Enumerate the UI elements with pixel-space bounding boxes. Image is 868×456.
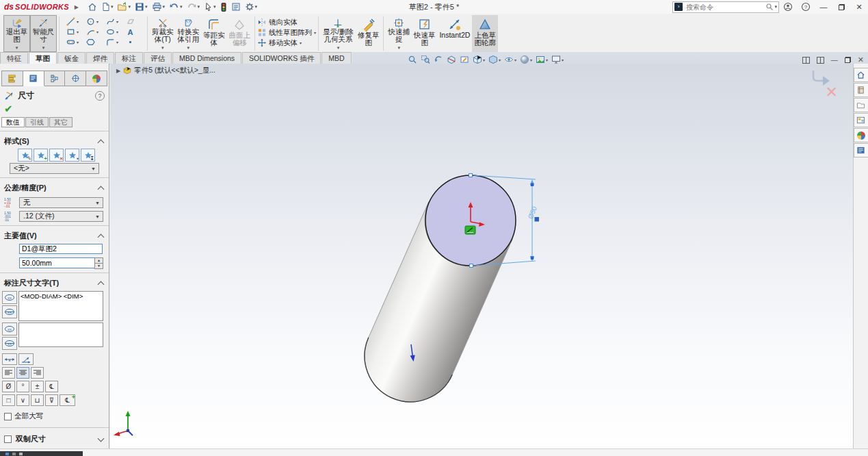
redo-button[interactable]: ▾	[185, 1, 202, 13]
circle-tool-button[interactable]: ▾	[84, 17, 104, 27]
ellipse-caret[interactable]: ▾	[116, 29, 118, 34]
tolerance-type-dropdown[interactable]: 无▼	[19, 197, 103, 208]
apply-scene-caret[interactable]: ▾	[546, 58, 548, 62]
open-caret[interactable]: ▾	[128, 4, 131, 10]
dynamic-annotation-view-button[interactable]	[459, 54, 470, 65]
text-above-line-button[interactable]: xx	[2, 291, 17, 304]
move-entities-caret[interactable]: ▾	[300, 40, 302, 45]
display-manager-tab[interactable]	[86, 71, 107, 86]
ok-checkmark[interactable]: ✔	[4, 103, 109, 115]
second-text-above-button[interactable]: xx	[2, 322, 17, 335]
text-inline-button[interactable]: xx	[2, 305, 17, 318]
add-style-button[interactable]: +	[34, 149, 48, 162]
line-caret[interactable]: ▾	[77, 19, 79, 24]
point-tool-button[interactable]	[124, 38, 144, 47]
move-entities-button[interactable]: 移动实体▾	[257, 38, 316, 48]
repair-sketch-button[interactable]: 修复草图	[356, 15, 382, 52]
tab-mbd-dimensions[interactable]: MBD Dimensions	[172, 52, 241, 64]
taskpane-home-button[interactable]	[854, 68, 868, 82]
arc-caret[interactable]: ▾	[96, 29, 98, 34]
menu-expand-arrow[interactable]: ▶	[75, 4, 79, 10]
centerline-symbol-button[interactable]: ℄	[45, 381, 58, 392]
offset-text-button[interactable]	[18, 353, 34, 365]
tab-sketch[interactable]: 草图	[29, 52, 57, 64]
primary-value-section-header[interactable]: 主要值(V)	[0, 229, 109, 242]
print-button[interactable]: ▾	[150, 1, 167, 13]
rebuild-button[interactable]	[219, 1, 228, 13]
square-symbol-button[interactable]: □	[2, 394, 15, 406]
minimize-button[interactable]: —	[815, 1, 832, 13]
feature-manager-tab[interactable]	[1, 71, 23, 86]
second-text-inline-button[interactable]: xx	[2, 337, 17, 350]
tab-annotations[interactable]: 标注	[115, 52, 143, 64]
account-button[interactable]	[779, 1, 797, 13]
convert-caret[interactable]: ▾	[187, 44, 189, 51]
search-caret[interactable]: ▾	[774, 4, 777, 10]
smart-dimension-caret[interactable]: ▾	[42, 44, 45, 51]
dimension-text-section-header[interactable]: 标注尺寸文字(T)	[0, 277, 109, 290]
fillet-tool-button[interactable]: ▾	[104, 38, 124, 47]
surface-offset-button[interactable]: 曲面上偏移	[227, 15, 253, 52]
arc-tool-button[interactable]: ▾	[84, 27, 104, 37]
view-settings-button[interactable]: ▾	[551, 54, 564, 65]
exit-sketch-button[interactable]: 退出草 图 ▾	[3, 15, 30, 52]
view-orientation-button[interactable]: ▾	[472, 54, 486, 65]
linear-pattern-caret[interactable]: ▾	[314, 30, 316, 35]
spline-tool-button[interactable]: ▾	[104, 17, 124, 27]
tab-solidworks-addins[interactable]: SOLIDWORKS 插件	[242, 52, 321, 64]
all-caps-checkbox[interactable]	[4, 413, 12, 420]
new-document-button[interactable]: ▾	[100, 1, 115, 13]
custom-properties-button[interactable]	[854, 143, 868, 157]
other-tab[interactable]: 其它	[49, 117, 73, 127]
edit-appearance-button[interactable]: ▾	[519, 54, 533, 65]
ellipse-tool-button[interactable]: ▾	[104, 27, 124, 37]
close-button[interactable]: ✕	[850, 1, 868, 13]
tolerance-section-header[interactable]: 公差/精度(P)	[0, 181, 109, 194]
trim-caret[interactable]: ▾	[161, 44, 164, 51]
fillet-caret[interactable]: ▾	[116, 40, 118, 45]
display-style-button[interactable]: ▾	[488, 54, 501, 65]
design-library-button[interactable]	[854, 83, 868, 97]
polygon-tool-button[interactable]	[84, 38, 104, 47]
save-caret[interactable]: ▾	[145, 4, 148, 10]
rectangle-caret[interactable]: ▾	[77, 29, 79, 34]
circle-caret[interactable]: ▾	[96, 19, 98, 24]
offset-entities-button[interactable]: 等距实体	[201, 15, 227, 52]
delete-style-button[interactable]: ×	[49, 149, 64, 162]
diameter-symbol-button[interactable]: Ø	[2, 381, 15, 392]
leaders-tab[interactable]: 引线	[25, 117, 49, 127]
options-caret[interactable]: ▾	[255, 4, 258, 10]
doc-minimize-button[interactable]: —	[831, 56, 838, 64]
pane-split-left-icon[interactable]	[802, 57, 810, 64]
property-manager-tab[interactable]	[23, 71, 44, 86]
line-tool-button[interactable]: ▾	[64, 17, 84, 27]
new-caret[interactable]: ▾	[111, 4, 114, 10]
view-orientation-caret[interactable]: ▾	[483, 58, 485, 62]
restore-button[interactable]	[832, 1, 850, 13]
shaded-sketch-contours-button[interactable]: 上色草图轮廓	[472, 15, 498, 52]
tab-sheet-metal[interactable]: 钣金	[57, 52, 86, 64]
view-settings-caret[interactable]: ▾	[562, 58, 564, 62]
dimension-name-field[interactable]	[19, 244, 103, 254]
dimension-value-field[interactable]	[19, 257, 94, 268]
tab-features[interactable]: 特征	[0, 52, 28, 64]
view-palette-button[interactable]	[854, 113, 868, 127]
search-input[interactable]	[685, 3, 765, 12]
undo-button[interactable]: ▾	[168, 1, 184, 13]
spinner-up-icon[interactable]: ▲	[95, 258, 103, 264]
relation-badge[interactable]	[465, 226, 475, 234]
linear-sketch-pattern-button[interactable]: 线性草图阵列▾	[257, 27, 316, 38]
help-button[interactable]: ?	[797, 1, 815, 13]
print-caret[interactable]: ▾	[163, 4, 166, 10]
hide-show-items-button[interactable]: ▾	[503, 54, 517, 65]
save-button[interactable]: ▾	[133, 1, 149, 13]
secondary-dimension-text-area[interactable]	[18, 322, 103, 347]
previous-view-button[interactable]	[433, 54, 444, 65]
display-delete-relations-button[interactable]: 显示/删除几何关系 ▾	[321, 15, 356, 52]
panel-help-icon[interactable]: ?	[95, 91, 105, 101]
tab-evaluate[interactable]: 评估	[144, 52, 172, 64]
instant2d-button[interactable]: Instant2D	[437, 15, 472, 52]
dimension-text-area[interactable]: <MOD-DIAM> <DIM>	[18, 291, 103, 321]
command-search[interactable]: › ▾	[672, 1, 779, 13]
zoom-to-fit-button[interactable]	[407, 54, 418, 65]
